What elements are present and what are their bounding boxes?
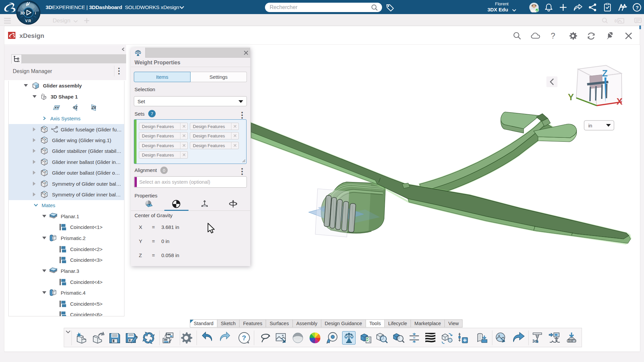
svg-text:V.R: V.R — [25, 19, 31, 23]
svg-text:DXF: DXF — [568, 339, 574, 343]
svg-text:YZ: YZ — [73, 106, 78, 110]
svg-text:i: i — [35, 11, 36, 15]
svg-text:XY: XY — [54, 106, 59, 109]
svg-text:3d: 3d — [532, 339, 537, 344]
svg-text:ZX: ZX — [92, 106, 97, 110]
svg-text:Z: Z — [602, 68, 608, 78]
svg-text:3D: 3D — [20, 11, 25, 15]
svg-text:?: ? — [242, 334, 246, 342]
svg-text:X: X — [616, 97, 623, 107]
svg-text:Y: Y — [568, 92, 574, 102]
svg-text:in: in — [588, 123, 592, 128]
